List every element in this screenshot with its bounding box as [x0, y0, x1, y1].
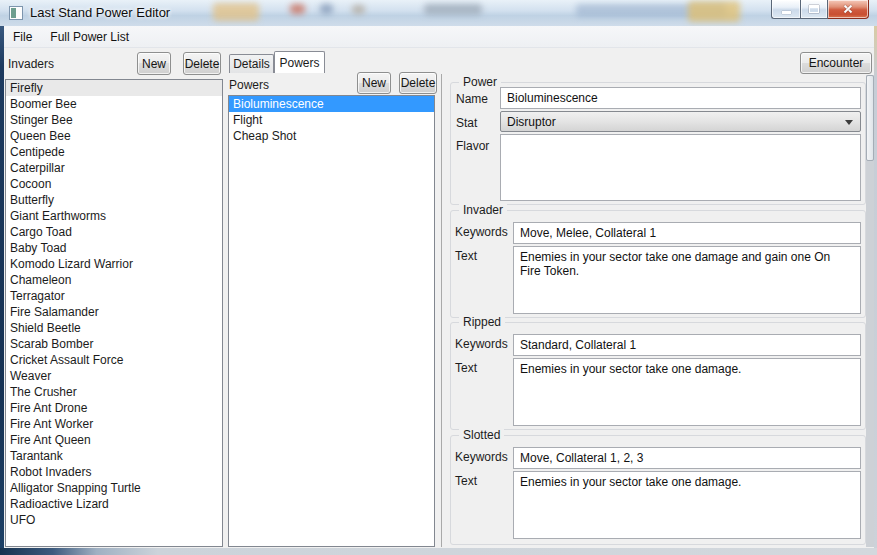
list-item[interactable]: Alligator Snapping Turtle: [6, 480, 222, 496]
stat-label: Stat: [456, 116, 477, 130]
list-item[interactable]: Cocoon: [6, 176, 222, 192]
menubar: File Full Power List: [4, 26, 874, 48]
invader-keywords-label: Keywords: [455, 225, 508, 239]
list-item[interactable]: Butterfly: [6, 192, 222, 208]
list-item[interactable]: Fire Salamander: [6, 304, 222, 320]
ripped-keywords-label: Keywords: [455, 337, 508, 351]
power-delete-button[interactable]: Delete: [399, 72, 437, 94]
invader-group-title: Invader: [459, 203, 507, 217]
titlebar-glass-blob: [424, 4, 482, 15]
stat-selected-value: Disruptor: [507, 115, 556, 129]
slotted-text-label: Text: [455, 474, 477, 488]
list-item[interactable]: Tarantank: [6, 448, 222, 464]
power-new-button[interactable]: New: [357, 72, 391, 94]
flavor-textarea[interactable]: [500, 134, 861, 201]
list-item[interactable]: The Crusher: [6, 384, 222, 400]
list-item[interactable]: Stinger Bee: [6, 112, 222, 128]
ripped-groupbox: Ripped Keywords Standard, Collateral 1 T…: [450, 322, 866, 430]
list-item[interactable]: Baby Toad: [6, 240, 222, 256]
list-item[interactable]: Firefly: [6, 80, 222, 96]
minimize-icon: [782, 11, 791, 14]
name-label: Name: [456, 92, 488, 106]
list-item[interactable]: Boomer Bee: [6, 96, 222, 112]
list-item[interactable]: Fire Ant Queen: [6, 432, 222, 448]
list-item[interactable]: Scarab Bomber: [6, 336, 222, 352]
list-item[interactable]: Radioactive Lizard: [6, 496, 222, 512]
ripped-keywords-input[interactable]: Standard, Collateral 1: [513, 334, 861, 356]
right-panel-scrollbar[interactable]: [866, 75, 874, 547]
tab-details[interactable]: Details: [229, 54, 274, 73]
stat-select[interactable]: Disruptor: [500, 111, 861, 132]
invader-keywords-input[interactable]: Move, Melee, Collateral 1: [513, 222, 861, 244]
window-left-border: [0, 0, 4, 555]
minimize-button[interactable]: [771, 0, 800, 19]
name-input[interactable]: Bioluminescence: [500, 87, 861, 109]
close-button[interactable]: [828, 0, 869, 19]
ripped-text-label: Text: [455, 361, 477, 375]
encounter-button[interactable]: Encounter: [800, 52, 872, 74]
list-item[interactable]: Bioluminescence: [229, 96, 434, 112]
titlebar-glass-blob: [320, 4, 333, 14]
titlebar-glass-blob: [213, 3, 259, 21]
power-groupbox: Power Name Bioluminescence Stat Disrupto…: [450, 82, 866, 205]
list-item[interactable]: Terragator: [6, 288, 222, 304]
invaders-label: Invaders: [8, 57, 54, 71]
power-group-title: Power: [459, 75, 501, 89]
list-item[interactable]: Cheap Shot: [229, 128, 434, 144]
chevron-down-icon: [845, 120, 853, 125]
invader-text-label: Text: [455, 249, 477, 263]
powers-label: Powers: [229, 78, 269, 92]
window-bottom-border: [0, 548, 877, 555]
invader-delete-button[interactable]: Delete: [183, 52, 221, 75]
menu-full-power-list[interactable]: Full Power List: [41, 27, 138, 47]
window-title: Last Stand Power Editor: [30, 5, 170, 20]
invader-text-textarea[interactable]: Enemies in your sector take one damage a…: [513, 246, 861, 314]
ripped-text-textarea[interactable]: Enemies in your sector take one damage.: [513, 358, 861, 426]
list-item[interactable]: Fire Ant Worker: [6, 416, 222, 432]
list-item[interactable]: Robot Invaders: [6, 464, 222, 480]
app-icon: [9, 6, 23, 20]
maximize-icon: [809, 5, 819, 13]
list-item[interactable]: Weaver: [6, 368, 222, 384]
ripped-group-title: Ripped: [459, 315, 505, 329]
close-icon: [842, 3, 854, 15]
slotted-groupbox: Slotted Keywords Move, Collateral 1, 2, …: [450, 435, 866, 545]
slotted-group-title: Slotted: [459, 428, 504, 442]
menu-file[interactable]: File: [4, 27, 41, 47]
invader-groupbox: Invader Keywords Move, Melee, Collateral…: [450, 210, 866, 318]
list-item[interactable]: Fire Ant Drone: [6, 400, 222, 416]
invaders-listbox[interactable]: FireflyBoomer BeeStinger BeeQueen BeeCen…: [5, 79, 223, 547]
list-item[interactable]: Chameleon: [6, 272, 222, 288]
titlebar-glass-blob: [290, 4, 305, 14]
list-item[interactable]: Cricket Assault Force: [6, 352, 222, 368]
window-controls: [771, 0, 869, 19]
list-item[interactable]: Shield Beetle: [6, 320, 222, 336]
list-item[interactable]: Caterpillar: [6, 160, 222, 176]
powers-listbox[interactable]: BioluminescenceFlightCheap Shot: [228, 95, 435, 547]
titlebar[interactable]: Last Stand Power Editor: [0, 0, 877, 26]
list-item[interactable]: Queen Bee: [6, 128, 222, 144]
list-item[interactable]: Giant Earthworms: [6, 208, 222, 224]
slotted-keywords-input[interactable]: Move, Collateral 1, 2, 3: [513, 447, 861, 469]
maximize-button[interactable]: [800, 0, 828, 19]
panel-divider: [441, 74, 442, 547]
slotted-keywords-label: Keywords: [455, 450, 508, 464]
list-item[interactable]: UFO: [6, 512, 222, 528]
titlebar-glass-blob: [352, 5, 365, 14]
list-item[interactable]: Flight: [229, 112, 434, 128]
tab-powers[interactable]: Powers: [274, 51, 325, 73]
flavor-label: Flavor: [456, 139, 489, 153]
list-item[interactable]: Centipede: [6, 144, 222, 160]
list-item[interactable]: Cargo Toad: [6, 224, 222, 240]
slotted-text-textarea[interactable]: Enemies in your sector take one damage.: [513, 471, 861, 539]
invader-new-button[interactable]: New: [137, 52, 171, 75]
scrollbar-thumb[interactable]: [866, 75, 874, 161]
titlebar-glass-blob: [688, 1, 740, 22]
list-item[interactable]: Komodo Lizard Warrior: [6, 256, 222, 272]
